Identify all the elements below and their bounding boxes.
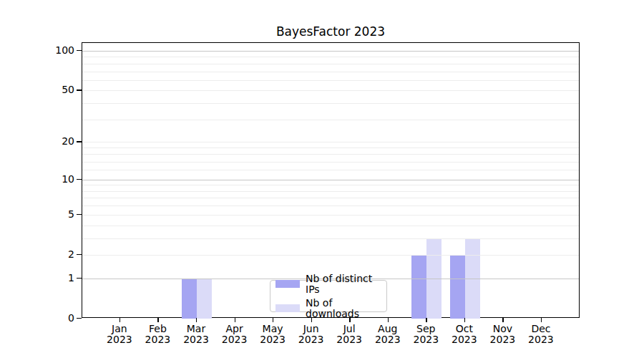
- x-tick: [119, 318, 120, 322]
- x-tick: [157, 318, 158, 322]
- gridline-major: [82, 180, 579, 180]
- legend-label-distinct-ips: Nb of distinct IPs: [306, 274, 381, 295]
- x-tick: [464, 318, 465, 322]
- legend-row-distinct-ips: Nb of distinct IPs: [275, 274, 381, 295]
- gridline-minor: [82, 205, 579, 206]
- legend-row-downloads: Nb of downloads: [275, 298, 381, 319]
- y-tick-label: 100: [43, 44, 74, 57]
- y-tick: [77, 214, 82, 215]
- bar-distinct-ips-mar: [182, 279, 197, 319]
- gridline-minor: [82, 255, 579, 256]
- gridline-minor: [82, 64, 579, 64]
- y-tick-label: 5: [43, 208, 74, 221]
- y-tick: [77, 141, 82, 142]
- gridline-minor: [82, 90, 579, 91]
- x-tick: [196, 318, 197, 322]
- gridline-minor: [82, 185, 579, 185]
- y-tick-label: 20: [43, 135, 74, 147]
- legend-swatch-downloads: [275, 304, 300, 312]
- gridline-minor: [82, 238, 579, 239]
- gridline-minor: [82, 170, 579, 170]
- gridline-minor: [82, 103, 579, 104]
- gridline-minor: [82, 154, 579, 155]
- bar-distinct-ips-sep: [411, 255, 426, 319]
- bar-distinct-ips-oct: [450, 255, 465, 319]
- legend-label-downloads: Nb of downloads: [306, 298, 381, 319]
- gridline-minor: [82, 120, 579, 120]
- x-tick: [388, 318, 389, 322]
- y-tick: [77, 179, 82, 180]
- gridline-minor: [82, 191, 579, 192]
- gridline-minor: [82, 215, 579, 216]
- y-tick: [77, 50, 82, 51]
- y-tick-label: 2: [43, 248, 74, 261]
- y-tick-label: 10: [43, 173, 74, 185]
- legend-swatch-distinct-ips: [275, 280, 300, 288]
- gridline-minor: [82, 226, 579, 226]
- x-tick: [235, 318, 235, 322]
- bar-downloads-mar: [197, 279, 212, 319]
- gridline-minor: [82, 72, 579, 72]
- legend: Nb of distinct IPs Nb of downloads: [270, 280, 387, 312]
- gridline-major: [82, 51, 579, 52]
- chart-title: BayesFactor 2023: [82, 24, 580, 39]
- y-tick: [77, 318, 82, 319]
- figure: BayesFactor 2023 0125102050100 Jan 2023F…: [0, 0, 644, 358]
- gridline-minor: [82, 147, 579, 148]
- y-tick-label: 0: [43, 311, 74, 324]
- y-tick-label: 1: [43, 271, 74, 284]
- gridline-minor: [82, 142, 579, 142]
- y-tick: [77, 254, 82, 255]
- x-tick: [541, 318, 542, 322]
- gridline-minor: [82, 198, 579, 198]
- y-tick-label: 50: [43, 83, 74, 96]
- x-tick: [426, 318, 426, 322]
- gridline-minor: [82, 57, 579, 57]
- x-tick: [502, 318, 503, 322]
- gridline-minor: [82, 162, 579, 163]
- y-tick: [77, 90, 82, 90]
- x-tick: [273, 318, 273, 322]
- gridline-minor: [82, 80, 579, 81]
- x-tick-label-dec: Dec 2023: [518, 324, 564, 345]
- y-tick: [77, 278, 82, 279]
